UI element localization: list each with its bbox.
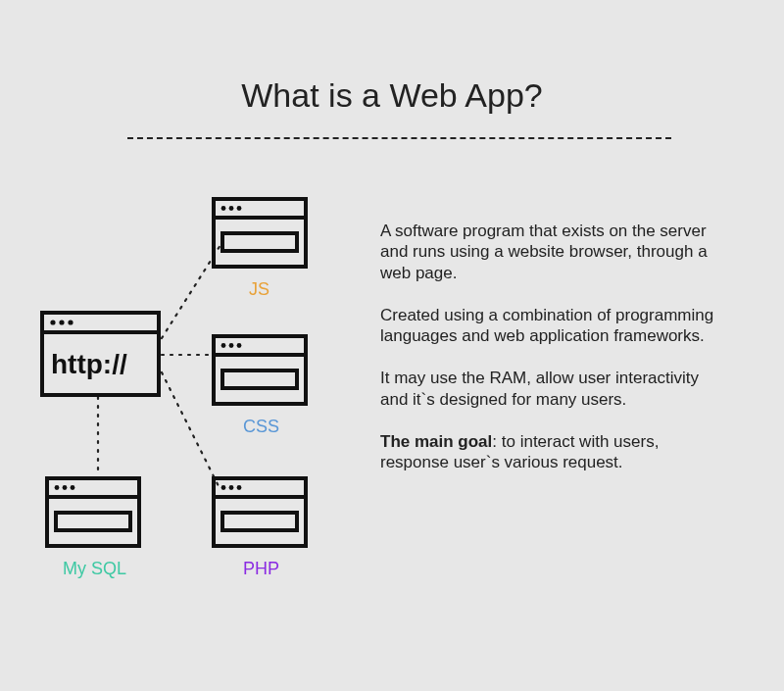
page-title: What is a Web App?: [0, 76, 784, 115]
svg-rect-26: [222, 513, 297, 530]
svg-point-24: [229, 485, 234, 490]
svg-point-7: [59, 320, 64, 324]
css-label: CSS: [243, 417, 279, 437]
main-browser-icon: http://: [39, 310, 162, 398]
svg-point-8: [68, 320, 73, 324]
svg-point-25: [237, 485, 242, 490]
php-label: PHP: [243, 559, 279, 579]
js-label: JS: [249, 279, 270, 300]
svg-rect-14: [222, 233, 297, 251]
main-browser-label: http://: [51, 349, 127, 379]
svg-point-6: [50, 320, 55, 324]
js-browser-icon: [211, 196, 309, 270]
description-paragraph-3: It may use the RAM, allow user interacti…: [380, 368, 718, 410]
svg-rect-32: [56, 513, 130, 530]
mysql-browser-icon: [44, 475, 142, 549]
divider: [127, 137, 671, 139]
svg-point-12: [229, 206, 234, 211]
description-paragraph-4: The main goal: to interact with users, r…: [380, 431, 718, 473]
svg-point-23: [221, 485, 226, 490]
svg-point-13: [237, 206, 242, 211]
description-block: A software program that exists on the se…: [380, 221, 718, 472]
description-paragraph-2: Created using a combination of programmi…: [380, 305, 718, 347]
svg-point-19: [237, 343, 242, 348]
main-goal-bold: The main goal: [380, 432, 492, 451]
svg-point-31: [71, 485, 75, 490]
svg-point-18: [229, 343, 234, 348]
diagram: http:// JS CSS: [29, 167, 363, 627]
svg-point-17: [221, 343, 226, 348]
svg-point-11: [221, 206, 226, 211]
svg-point-30: [63, 485, 68, 490]
mysql-label: My SQL: [63, 559, 126, 579]
description-paragraph-1: A software program that exists on the se…: [380, 221, 718, 283]
php-browser-icon: [211, 475, 309, 549]
css-browser-icon: [211, 333, 309, 407]
svg-point-29: [55, 485, 60, 490]
svg-rect-20: [222, 370, 297, 388]
